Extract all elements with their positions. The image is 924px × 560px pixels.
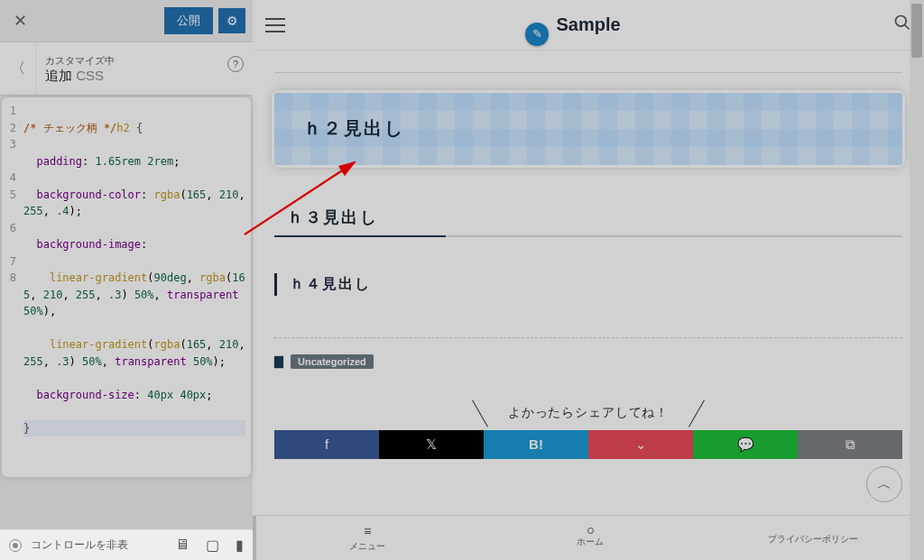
css-editor[interactable]: 1 2 3 4 5 6 7 8 /* チェック柄 */h2 { padding:… — [4, 99, 249, 475]
svg-point-0 — [896, 16, 907, 27]
share-copy-button[interactable]: ⧉ — [798, 430, 902, 459]
customizer-main-title: 追加 CSS — [45, 68, 244, 85]
edit-shortcut-button[interactable]: ✎ — [525, 23, 549, 46]
copy-icon: ⧉ — [845, 436, 855, 453]
preview-header: ✎ Sample — [253, 0, 924, 50]
h4-heading: ｈ４見出し — [274, 273, 902, 296]
svg-line-1 — [905, 25, 910, 30]
share-x-button[interactable]: 𝕏 — [379, 430, 484, 459]
share-bar: f 𝕏 B! ⌄ 💬 ⧉ — [274, 430, 902, 459]
publish-settings-button[interactable]: ⚙ — [218, 8, 245, 33]
menu-icon: ≡ — [364, 524, 371, 538]
h3-heading: ｈ３見出し — [274, 207, 902, 237]
publish-button[interactable]: 公開 — [164, 7, 213, 34]
customizer-topbar: ✕ 公開 ⚙ — [0, 0, 253, 41]
share-heading: よかったらシェアしてね！ — [274, 405, 902, 421]
chevron-up-icon: ︿ — [877, 475, 892, 494]
share-pocket-button[interactable]: ⌄ — [588, 430, 693, 459]
share-hatena-button[interactable]: B! — [484, 430, 588, 459]
tab-menu[interactable]: ≡メニュー — [253, 516, 479, 560]
x-icon: 𝕏 — [426, 436, 437, 453]
pencil-icon: ✎ — [532, 27, 542, 41]
dotted-divider — [274, 337, 902, 338]
share-line-button[interactable]: 💬 — [693, 430, 798, 459]
scroll-thumb[interactable] — [911, 4, 922, 58]
scroll-top-button[interactable]: ︿ — [866, 466, 902, 502]
gear-icon: ⚙ — [226, 14, 238, 28]
customizer-title-row: 〈 カスタマイズ中 追加 CSS ? — [0, 41, 253, 96]
vertical-scrollbar[interactable]: ▲ — [910, 0, 924, 560]
help-icon[interactable]: ? — [227, 56, 244, 72]
back-button[interactable]: 〈 — [0, 42, 36, 95]
preview-bottom-tabs: ≡メニュー ホーム プライバシーポリシー — [253, 515, 924, 560]
device-mobile-button[interactable]: ▮ — [236, 537, 244, 554]
h2-heading: ｈ２見出し — [274, 93, 902, 165]
close-customizer-button[interactable]: ✕ — [0, 0, 40, 41]
site-title[interactable]: Sample — [556, 14, 620, 35]
eye-icon — [9, 539, 22, 552]
hide-controls-link[interactable]: コントロールを非表 — [31, 537, 128, 553]
device-tablet-button[interactable]: ▢ — [206, 537, 219, 554]
share-facebook-button[interactable]: f — [274, 430, 379, 459]
tab-privacy[interactable]: プライバシーポリシー — [701, 516, 924, 560]
line-icon: 💬 — [737, 436, 754, 453]
preview-pane: ✎ Sample ｈ２見出し ｈ３見出し ｈ４見出し ▇ Uncategoriz… — [253, 0, 924, 560]
hamburger-button[interactable] — [265, 18, 285, 32]
pocket-icon: ⌄ — [635, 436, 647, 453]
line-gutter: 1 2 3 4 5 6 7 8 — [4, 99, 20, 473]
facebook-icon: f — [325, 436, 328, 452]
customizer-panel: ✕ 公開 ⚙ 〈 カスタマイズ中 追加 CSS ? 1 2 3 4 5 6 7 … — [0, 0, 253, 560]
home-icon — [587, 528, 594, 534]
divider — [274, 72, 902, 73]
search-icon[interactable] — [893, 14, 911, 36]
category-row: ▇ Uncategorized — [274, 354, 902, 369]
customizer-subtitle: カスタマイズ中 — [45, 54, 244, 68]
folder-icon: ▇ — [274, 354, 283, 368]
device-desktop-button[interactable]: 🖥 — [175, 537, 189, 554]
tab-home[interactable]: ホーム — [479, 516, 702, 560]
h2-highlight-box: ｈ２見出し — [274, 93, 902, 165]
css-source[interactable]: /* チェック柄 */h2 { padding: 1.65rem 2rem; b… — [20, 99, 249, 473]
customizer-footer: コントロールを非表 🖥 ▢ ▮ — [0, 529, 253, 560]
preview-body: ｈ２見出し ｈ３見出し ｈ４見出し ▇ Uncategorized よかったらシ… — [253, 50, 924, 459]
category-tag[interactable]: Uncategorized — [291, 354, 374, 369]
customizer-title: カスタマイズ中 追加 CSS ? — [36, 49, 253, 88]
